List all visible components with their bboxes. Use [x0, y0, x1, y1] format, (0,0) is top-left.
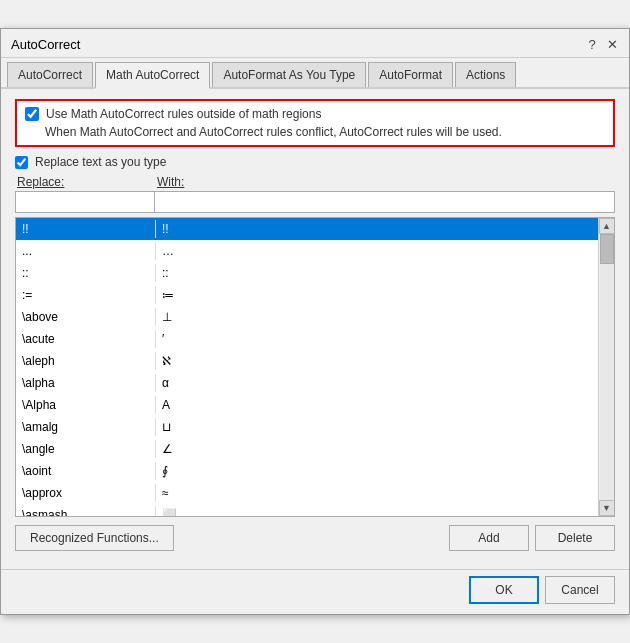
scroll-track: [600, 234, 614, 500]
list-cell-replace: \aoint: [16, 462, 156, 480]
list-cell-replace: \angle: [16, 440, 156, 458]
replace-input[interactable]: [15, 191, 155, 213]
ok-button[interactable]: OK: [469, 576, 539, 604]
list-item[interactable]: \aoint∮: [16, 460, 598, 482]
scrollbar: ▲ ▼: [598, 218, 614, 516]
add-delete-group: Add Delete: [449, 525, 615, 551]
dialog-title: AutoCorrect: [11, 37, 80, 52]
tab-autoformat[interactable]: AutoFormat: [368, 62, 453, 87]
use-math-autocorrect-checkbox[interactable]: [25, 107, 39, 121]
list-cell-with: ∠: [156, 440, 598, 458]
close-button[interactable]: ✕: [603, 35, 621, 53]
recognized-functions-button[interactable]: Recognized Functions...: [15, 525, 174, 551]
use-math-autocorrect-label: Use Math AutoCorrect rules outside of ma…: [46, 107, 321, 121]
list-cell-replace: !!: [16, 220, 156, 238]
list-item[interactable]: \acute′: [16, 328, 598, 350]
list-cell-replace: ...: [16, 242, 156, 260]
list-item[interactable]: \angle∠: [16, 438, 598, 460]
list-cell-replace: \alpha: [16, 374, 156, 392]
title-bar-buttons: ? ✕: [583, 35, 621, 53]
conflict-info-text: When Math AutoCorrect and AutoCorrect ru…: [45, 125, 605, 139]
col-replace-header: Replace:: [15, 175, 155, 189]
list-cell-replace: \above: [16, 308, 156, 326]
scroll-down-arrow[interactable]: ▼: [599, 500, 615, 516]
list-cell-replace: \aleph: [16, 352, 156, 370]
list-container: !!!!...…:::::=≔\above⊥\acute′\alephℵ\alp…: [15, 217, 615, 517]
help-button[interactable]: ?: [583, 35, 601, 53]
list-cell-replace: \asmash: [16, 506, 156, 516]
list-item[interactable]: !!!!: [16, 218, 598, 240]
list-cell-with: Α: [156, 396, 598, 414]
list-cell-replace: ::: [16, 264, 156, 282]
tab-autocorrect[interactable]: AutoCorrect: [7, 62, 93, 87]
list-item[interactable]: ...…: [16, 240, 598, 262]
list-cell-with: ::: [156, 264, 598, 282]
list-item[interactable]: \AlphaΑ: [16, 394, 598, 416]
list-cell-with: ≔: [156, 286, 598, 304]
list-cell-with: ≈: [156, 484, 598, 502]
list-item[interactable]: ::::: [16, 262, 598, 284]
list-item[interactable]: :=≔: [16, 284, 598, 306]
list-item[interactable]: \approx≈: [16, 482, 598, 504]
list-cell-with: !!: [156, 220, 598, 238]
replace-text-checkbox[interactable]: [15, 156, 28, 169]
col-with-header: With:: [155, 175, 615, 189]
list-cell-with: ⊥: [156, 308, 598, 326]
autocorrect-dialog: AutoCorrect ? ✕ AutoCorrect Math AutoCor…: [0, 28, 630, 615]
list-cell-with: ⬜: [156, 506, 598, 516]
list-cell-with: α: [156, 374, 598, 392]
footer: OK Cancel: [1, 569, 629, 614]
list-cell-replace: \amalg: [16, 418, 156, 436]
tab-math-autocorrect[interactable]: Math AutoCorrect: [95, 62, 210, 89]
replace-text-row: Replace text as you type: [15, 155, 615, 169]
list-cell-with: ′: [156, 330, 598, 348]
add-button[interactable]: Add: [449, 525, 529, 551]
list-cell-with: ∮: [156, 462, 598, 480]
list-item[interactable]: \alphaα: [16, 372, 598, 394]
highlight-section: Use Math AutoCorrect rules outside of ma…: [15, 99, 615, 147]
list-cell-with: …: [156, 242, 598, 260]
tab-actions[interactable]: Actions: [455, 62, 516, 87]
scroll-thumb[interactable]: [600, 234, 614, 264]
replace-text-label: Replace text as you type: [35, 155, 166, 169]
tab-autoformat-as-you-type[interactable]: AutoFormat As You Type: [212, 62, 366, 87]
list-cell-with: ⊔: [156, 418, 598, 436]
list-item[interactable]: \alephℵ: [16, 350, 598, 372]
list-cell-replace: \Alpha: [16, 396, 156, 414]
table-headers: Replace: With:: [15, 175, 615, 189]
list-cell-replace: \acute: [16, 330, 156, 348]
tab-bar: AutoCorrect Math AutoCorrect AutoFormat …: [1, 58, 629, 89]
input-row: [15, 191, 615, 213]
list-cell-with: ℵ: [156, 352, 598, 370]
cancel-button[interactable]: Cancel: [545, 576, 615, 604]
list-cell-replace: \approx: [16, 484, 156, 502]
use-math-autocorrect-row: Use Math AutoCorrect rules outside of ma…: [25, 107, 605, 121]
scroll-up-arrow[interactable]: ▲: [599, 218, 615, 234]
list-cell-replace: :=: [16, 286, 156, 304]
list-inner[interactable]: !!!!...…:::::=≔\above⊥\acute′\alephℵ\alp…: [16, 218, 598, 516]
bottom-buttons-row: Recognized Functions... Add Delete: [15, 525, 615, 551]
delete-button[interactable]: Delete: [535, 525, 615, 551]
title-bar: AutoCorrect ? ✕: [1, 29, 629, 58]
list-item[interactable]: \amalg⊔: [16, 416, 598, 438]
content-area: Use Math AutoCorrect rules outside of ma…: [1, 89, 629, 569]
list-item[interactable]: \asmash⬜: [16, 504, 598, 516]
list-item[interactable]: \above⊥: [16, 306, 598, 328]
with-input[interactable]: [155, 191, 615, 213]
